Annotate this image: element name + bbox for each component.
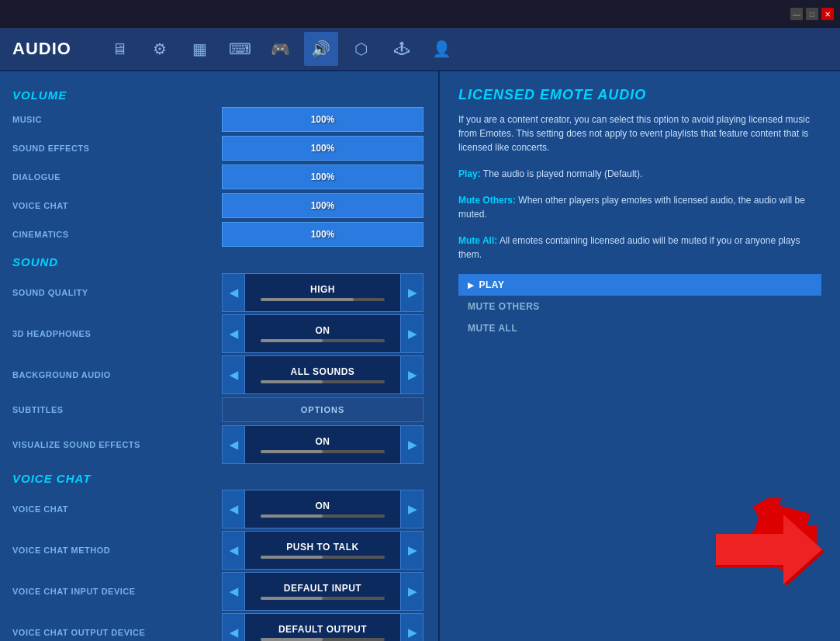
visualize-sound-value-box: On xyxy=(245,425,400,464)
voice-chat-section-header: Voice Chat xyxy=(12,472,426,485)
nav-keyboard-icon[interactable]: ⌨ xyxy=(223,32,258,66)
sound-quality-right-arrow[interactable]: ▶ xyxy=(400,273,423,312)
setting-row-visualize-sound: Visualize Sound Effects ◀ On ▶ xyxy=(12,425,426,464)
dialogue-volume-bar[interactable]: 100% xyxy=(222,165,423,189)
nav-gamepad-icon[interactable]: 🎮 xyxy=(264,32,298,66)
cinematics-label: Cinematics xyxy=(12,230,222,239)
background-audio-value-box: All Sounds xyxy=(245,355,400,394)
setting-row-voice-chat-method: Voice Chat Method ◀ Push To Talk ▶ xyxy=(12,531,426,570)
nav-network-icon[interactable]: ⬡ xyxy=(344,32,379,66)
background-audio-label: Background Audio xyxy=(12,370,222,379)
music-volume-bar[interactable]: 100% xyxy=(222,107,423,132)
header: Audio 🖥 ⚙ ▦ ⌨ 🎮 🔊 ⬡ 🕹 👤 xyxy=(0,28,840,71)
3d-headphones-left-arrow[interactable]: ◀ xyxy=(222,314,245,353)
background-audio-left-arrow[interactable]: ◀ xyxy=(222,355,245,394)
svg-marker-3 xyxy=(716,515,822,584)
sound-quality-slider xyxy=(261,298,385,301)
visualize-sound-right-arrow[interactable]: ▶ xyxy=(400,425,423,464)
voice-chat-method-right-arrow[interactable]: ▶ xyxy=(400,531,423,570)
music-control[interactable]: 100% xyxy=(222,107,426,132)
voice-chat-input-left-arrow[interactable]: ◀ xyxy=(222,572,245,611)
nav-account-icon[interactable]: 👤 xyxy=(425,32,459,66)
visualize-sound-left-arrow[interactable]: ◀ xyxy=(222,425,245,464)
setting-row-voice-chat: Voice Chat ◀ On ▶ xyxy=(12,490,426,528)
voice-chat-right-arrow[interactable]: ▶ xyxy=(400,490,423,528)
svg-marker-1 xyxy=(747,506,817,568)
setting-row-dialogue: Dialogue 100% xyxy=(12,164,426,190)
visualize-sound-value: On xyxy=(316,436,330,447)
sound-effects-volume-bar[interactable]: 100% xyxy=(222,136,423,161)
right-panel: Licensed Emote Audio If you are a conten… xyxy=(438,71,840,641)
nav-settings-icon[interactable]: ⚙ xyxy=(143,32,177,66)
nav-controller-alt-icon[interactable]: ▦ xyxy=(183,32,217,66)
red-arrow-indicator xyxy=(716,509,824,594)
voice-chat-method-value: Push To Talk xyxy=(286,542,359,553)
voice-chat-label: Voice Chat xyxy=(12,504,222,514)
background-audio-control: ◀ All Sounds ▶ xyxy=(222,355,426,394)
3d-headphones-value-box: On xyxy=(245,314,400,353)
voice-chat-input-value-box: Default Input xyxy=(245,572,400,611)
voice-chat-input-right-arrow[interactable]: ▶ xyxy=(400,572,423,611)
voice-chat-method-control: ◀ Push To Talk ▶ xyxy=(222,531,426,570)
subtitles-control[interactable]: Options xyxy=(222,397,426,422)
cinematics-volume-bar[interactable]: 100% xyxy=(222,222,423,247)
dialogue-label: Dialogue xyxy=(12,172,222,182)
3d-headphones-value: On xyxy=(316,325,330,336)
voice-chat-vol-control[interactable]: 100% xyxy=(222,193,426,218)
sound-effects-label: Sound Effects xyxy=(12,144,222,153)
maximize-button[interactable]: □ xyxy=(806,8,818,20)
subtitles-label: Subtitles xyxy=(12,405,222,414)
voice-chat-output-right-arrow[interactable]: ▶ xyxy=(400,613,423,641)
nav-display-icon[interactable]: 🖥 xyxy=(102,32,137,66)
sound-effects-control[interactable]: 100% xyxy=(222,136,426,161)
nav-audio-icon[interactable]: 🔊 xyxy=(304,32,338,66)
visualize-sound-arrow-control: ◀ On ▶ xyxy=(222,425,423,464)
close-button[interactable]: ✕ xyxy=(821,8,834,20)
red-arrow-annotation xyxy=(724,498,817,579)
sound-quality-label: Sound Quality xyxy=(12,288,222,297)
sound-quality-value-box: High xyxy=(245,273,400,312)
voice-chat-control: ◀ On ▶ xyxy=(222,490,426,528)
background-audio-value: All Sounds xyxy=(291,366,355,377)
voice-chat-output-left-arrow[interactable]: ◀ xyxy=(222,613,245,641)
3d-headphones-arrow-control: ◀ On ▶ xyxy=(222,314,423,353)
sound-quality-left-arrow[interactable]: ◀ xyxy=(222,273,245,312)
visualize-sound-control: ◀ On ▶ xyxy=(222,425,426,464)
play-label: Play: xyxy=(458,168,481,179)
voice-chat-output-slider xyxy=(261,638,385,641)
sound-quality-arrow-control: ◀ High ▶ xyxy=(222,273,423,312)
background-audio-slider xyxy=(261,380,385,383)
option-mute-others[interactable]: Mute Others xyxy=(458,296,821,317)
voice-chat-method-left-arrow[interactable]: ◀ xyxy=(222,531,245,570)
voice-chat-input-label: Voice Chat Input Device xyxy=(12,587,222,596)
background-audio-right-arrow[interactable]: ▶ xyxy=(400,355,423,394)
setting-row-music: Music 100% xyxy=(12,106,426,133)
voice-chat-output-label: Voice Chat Output Device xyxy=(12,628,222,637)
music-label: Music xyxy=(12,115,222,124)
subtitles-options-btn[interactable]: Options xyxy=(222,397,423,422)
3d-headphones-right-arrow[interactable]: ▶ xyxy=(400,314,423,353)
minimize-button[interactable]: — xyxy=(790,8,803,20)
voice-chat-vol-label: Voice Chat xyxy=(12,201,222,210)
setting-row-subtitles: Subtitles Options xyxy=(12,397,426,423)
right-panel-description: If you are a content creator, you can se… xyxy=(458,113,821,154)
visualize-sound-slider xyxy=(261,450,385,453)
voice-chat-volume-bar[interactable]: 100% xyxy=(222,193,423,218)
cinematics-control[interactable]: 100% xyxy=(222,222,426,247)
3d-headphones-label: 3D Headphones xyxy=(12,329,222,338)
setting-row-voice-chat-output: Voice Chat Output Device ◀ Default Outpu… xyxy=(12,613,426,641)
voice-chat-method-label: Voice Chat Method xyxy=(12,546,222,555)
dialogue-control[interactable]: 100% xyxy=(222,165,426,189)
voice-chat-value-box: On xyxy=(245,490,400,528)
voice-chat-left-arrow[interactable]: ◀ xyxy=(222,490,245,528)
3d-headphones-slider xyxy=(261,339,385,342)
mute-others-label: Mute Others: xyxy=(458,195,516,206)
voice-chat-input-control: ◀ Default Input ▶ xyxy=(222,572,426,611)
option-mute-all[interactable]: Mute All xyxy=(458,317,821,339)
right-panel-title: Licensed Emote Audio xyxy=(458,87,821,103)
nav-joystick-icon[interactable]: 🕹 xyxy=(385,32,419,66)
volume-section-header: Volume xyxy=(12,88,426,102)
option-play[interactable]: Play xyxy=(458,274,821,296)
mute-all-desc: All emotes containing licensed audio wil… xyxy=(458,235,800,260)
background-audio-arrow-control: ◀ All Sounds ▶ xyxy=(222,355,423,394)
